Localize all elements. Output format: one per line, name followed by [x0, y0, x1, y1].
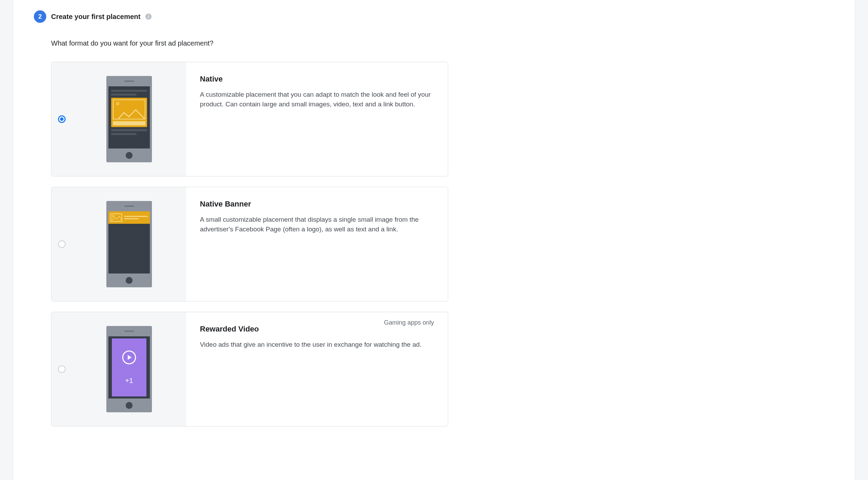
play-icon: [122, 351, 136, 364]
content-area: What format do you want for your first a…: [34, 39, 834, 426]
radio-native-banner[interactable]: [58, 240, 66, 248]
step-number-badge: 2: [34, 10, 46, 23]
radio-native[interactable]: [58, 115, 66, 123]
option-native-banner[interactable]: Native Banner A small customizable place…: [51, 187, 448, 301]
option-desc-rewarded-video: Video ads that give an incentive to the …: [200, 340, 434, 349]
phone-mockup-icon: +1: [106, 326, 152, 412]
step-header: 2 Create your first placement i: [34, 10, 834, 23]
illustration-native: [72, 62, 186, 176]
step-title: Create your first placement: [51, 13, 141, 21]
option-rewarded-video[interactable]: +1 Gaming apps only Rewarded Video Video…: [51, 312, 448, 426]
option-text-col: Native Banner A small customizable place…: [186, 187, 448, 301]
svg-point-0: [113, 215, 114, 217]
option-title-native: Native: [200, 75, 434, 84]
radio-col: [51, 312, 72, 426]
phone-mockup-icon: [106, 76, 152, 162]
option-badge-gaming: Gaming apps only: [384, 319, 434, 326]
option-desc-native: A customizable placement that you can ad…: [200, 90, 434, 109]
radio-col: [51, 187, 72, 301]
page-container: 2 Create your first placement i What for…: [13, 0, 855, 480]
info-icon[interactable]: i: [145, 13, 152, 20]
option-native[interactable]: Native A customizable placement that you…: [51, 62, 448, 176]
illustration-native-banner: [72, 187, 186, 301]
format-question: What format do you want for your first a…: [51, 39, 834, 47]
option-desc-native-banner: A small customizable placement that disp…: [200, 215, 434, 234]
option-title-native-banner: Native Banner: [200, 200, 434, 209]
radio-inner: [60, 117, 64, 121]
phone-mockup-icon: [106, 201, 152, 287]
radio-rewarded-video[interactable]: [58, 365, 66, 373]
plus-one-label: +1: [125, 377, 133, 385]
option-text-col: Native A customizable placement that you…: [186, 62, 448, 176]
illustration-rewarded-video: +1: [72, 312, 186, 426]
option-text-col: Gaming apps only Rewarded Video Video ad…: [186, 312, 448, 426]
radio-col: [51, 62, 72, 176]
